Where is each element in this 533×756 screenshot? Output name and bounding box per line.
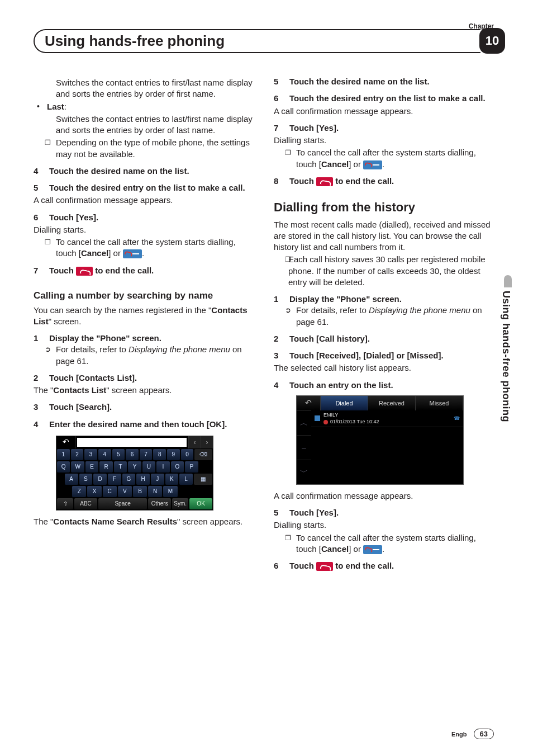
step-text: Touch [Yes]. <box>289 122 497 134</box>
step-6b: 6Touch to end the call. <box>274 560 497 571</box>
period: . <box>382 159 384 169</box>
ref-item: For details, refer to Displaying the pho… <box>34 344 257 367</box>
step-text: Touch [Yes]. <box>49 212 257 223</box>
key-l: L <box>179 474 193 485</box>
ref-italic: Displaying the phone menu <box>129 344 230 354</box>
step-7: 7Touch [Yes]. <box>274 122 497 134</box>
step-number: 6 <box>274 93 283 104</box>
ref-item: For details, refer to Displaying the pho… <box>274 305 497 328</box>
cancel-label: Cancel <box>321 544 349 554</box>
step-text: Touch to end the call. <box>49 265 257 276</box>
scroll-up-icon: ︿ <box>297 410 311 435</box>
key-v: V <box>118 486 132 497</box>
body-text: ] or <box>108 248 123 258</box>
step-5b: 5Touch [Yes]. <box>274 507 497 518</box>
key-g: G <box>122 474 136 485</box>
hangup-icon <box>316 177 333 186</box>
cancel-label: Cancel <box>321 159 349 169</box>
step-text: Touch [Search]. <box>49 401 257 413</box>
tab-received: Received <box>368 396 416 410</box>
step-5: 5Touch the desired name on the list. <box>274 76 497 87</box>
body-text: Touch <box>49 266 76 275</box>
body-text: ] or <box>349 544 363 554</box>
step-text: Enter the desired name and then touch [O… <box>49 419 257 430</box>
cancel-label: Cancel <box>81 248 108 258</box>
step-number: 1 <box>274 294 283 305</box>
body-text: For details, refer to <box>296 305 369 315</box>
body-text: Switches the contact entries to first/la… <box>34 77 257 100</box>
step-7: 7Touch to end the call. <box>34 265 257 276</box>
key-q: Q <box>57 461 70 472</box>
key-c: C <box>103 486 117 497</box>
body-text: to end the call. <box>93 266 154 275</box>
key-y: Y <box>128 461 141 472</box>
key-0: 0 <box>181 449 194 460</box>
step-text: Touch an entry on the list. <box>289 380 497 391</box>
body-text: ] or <box>349 159 363 169</box>
step-text: Touch [Call history]. <box>289 333 497 344</box>
key-i: I <box>156 461 169 472</box>
last-label: Last <box>47 102 64 111</box>
body-text: You can search by the names registered i… <box>34 305 257 328</box>
next-icon: › <box>201 436 213 448</box>
step-number: 5 <box>274 507 283 518</box>
tab-missed: Missed <box>416 396 463 410</box>
contact-icon <box>315 415 320 421</box>
key-6: 6 <box>126 449 139 460</box>
key-e: E <box>85 461 98 472</box>
sub-heading: Calling a number by searching by name <box>34 290 257 303</box>
body-text: The "Contacts List" screen appears. <box>34 385 257 396</box>
key-n: N <box>148 486 162 497</box>
step-number: 5 <box>34 182 42 193</box>
body-text: " screen appears. <box>106 385 172 395</box>
step-number: 7 <box>34 265 42 276</box>
ok-key: OK <box>189 498 212 509</box>
hangup-icon <box>76 267 93 276</box>
body-text: to end the call. <box>333 561 394 570</box>
step-text: Touch the desired entry on the list to m… <box>289 93 497 104</box>
cancel-call-icon <box>123 249 142 258</box>
step-number: 2 <box>34 372 42 384</box>
key-spacer <box>199 461 212 472</box>
shift-key: ⇧ <box>57 498 73 509</box>
outgoing-icon <box>323 420 328 424</box>
left-column: Switches the contact entries to first/la… <box>34 76 257 571</box>
side-tab-stub-icon <box>504 275 512 287</box>
step-number: 8 <box>274 176 283 187</box>
key-d: D <box>93 474 107 485</box>
body-text: Depending on the type of mobile phone, t… <box>56 138 250 158</box>
body-text: Dialling starts. <box>274 519 497 531</box>
keyboard-screenshot: ↶ ‹ › 1 2 3 4 5 6 7 8 9 0 ⌫ Q W E <box>56 436 213 511</box>
cancel-call-icon <box>363 545 382 554</box>
ref-italic: Displaying the phone menu <box>369 305 470 315</box>
key-spacer <box>57 474 64 485</box>
language-label: Engb <box>451 731 467 738</box>
period: . <box>382 544 384 554</box>
key-9: 9 <box>167 449 180 460</box>
step-number: 3 <box>34 401 42 413</box>
key-h: H <box>136 474 150 485</box>
step-text: Display the "Phone" screen. <box>289 294 497 305</box>
body-text: A call confirmation message appears. <box>34 195 257 206</box>
entry-name: EMILY <box>323 412 379 418</box>
step-text: Touch [Yes]. <box>289 507 497 518</box>
key-o: O <box>171 461 184 472</box>
step-1: 1Display the "Phone" screen. <box>34 333 257 344</box>
hangup-icon <box>316 562 333 571</box>
step-6: 6Touch the desired entry on the list to … <box>274 93 497 104</box>
body-text: The selected call history list appears. <box>274 362 497 374</box>
body-text: Dialling starts. <box>34 224 257 235</box>
key-m: M <box>163 486 177 497</box>
step-text: Display the "Phone" screen. <box>49 333 257 344</box>
body-text: Touch <box>289 561 316 570</box>
key-7: 7 <box>140 449 153 460</box>
period: . <box>142 248 144 258</box>
key-w: W <box>71 461 84 472</box>
step-number: 1 <box>34 333 42 344</box>
step-4: 4Touch the desired name on the list. <box>34 166 257 177</box>
body-text: A call confirmation message appears. <box>274 106 497 117</box>
back-icon: ↶ <box>56 436 75 448</box>
page-header: Using hands-free phoning 10 <box>34 28 505 54</box>
step-2: 2Touch [Contacts List]. <box>34 372 257 384</box>
note-item: Depending on the type of mobile phone, t… <box>34 137 257 160</box>
